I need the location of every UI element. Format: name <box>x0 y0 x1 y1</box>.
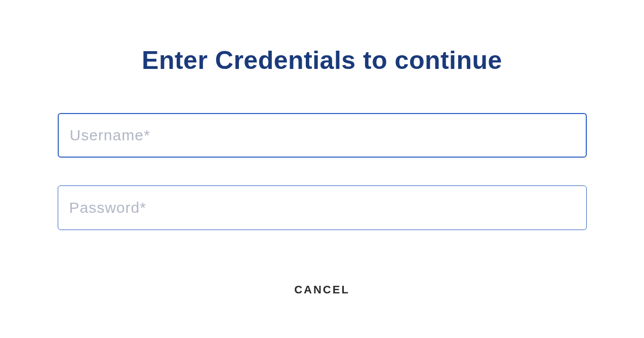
page-title: Enter Credentials to continue <box>142 46 502 75</box>
credentials-form: CANCEL <box>58 113 587 302</box>
password-input[interactable] <box>58 185 587 230</box>
button-row: CANCEL <box>58 278 587 302</box>
username-input[interactable] <box>58 113 587 158</box>
cancel-button[interactable]: CANCEL <box>284 278 360 302</box>
